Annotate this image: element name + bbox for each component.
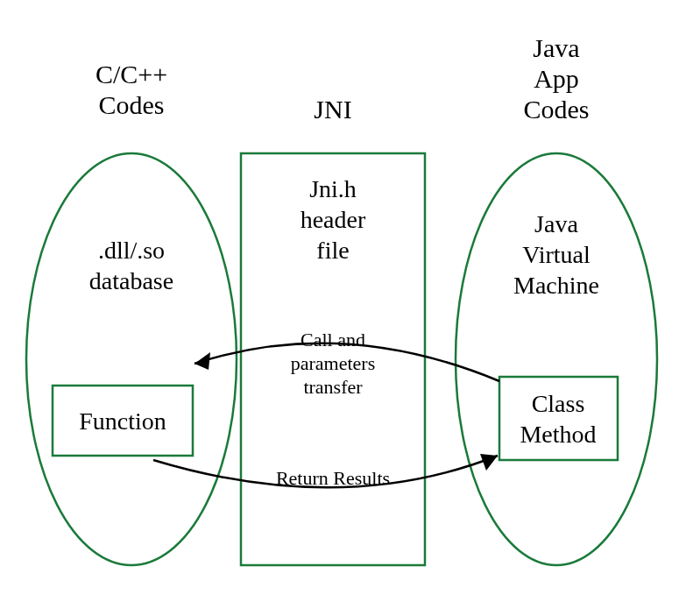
java-title-line2: App	[534, 64, 579, 93]
jni-header-line3: file	[316, 237, 349, 264]
call-label-line1: Call and	[301, 329, 365, 350]
jni-header-line2: header	[301, 206, 366, 233]
call-label-line3: transfer	[303, 376, 363, 398]
call-label-line2: parameters	[291, 352, 376, 374]
cpp-body-line2: database	[89, 267, 173, 294]
cpp-title-line2: Codes	[99, 90, 165, 119]
java-title-line3: Codes	[524, 95, 590, 124]
jni-title: JNI	[314, 95, 351, 124]
java-body-line1: Java	[534, 210, 578, 237]
class-method-line1: Class	[532, 390, 585, 417]
jni-header-line1: Jni.h	[309, 175, 357, 202]
cpp-title-line1: C/C++	[95, 60, 167, 89]
function-box-label: Function	[79, 407, 166, 435]
call-arrow-head	[195, 352, 210, 370]
java-body-line2: Virtual	[522, 241, 591, 268]
java-title-line1: Java	[533, 33, 579, 62]
java-body-line3: Machine	[513, 272, 599, 299]
cpp-body-line1: .dll/.so	[98, 237, 165, 264]
class-method-line2: Method	[520, 421, 596, 448]
